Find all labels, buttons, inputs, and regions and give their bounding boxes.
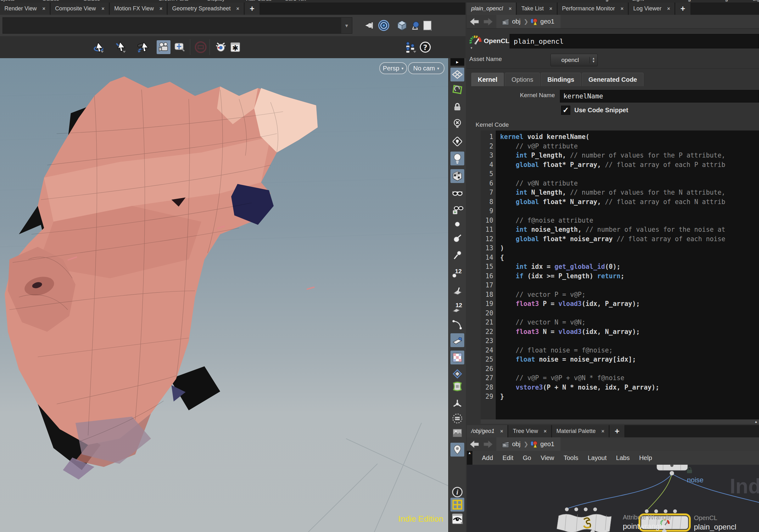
menu-help[interactable]: Help (639, 454, 652, 462)
help-icon[interactable]: ? (419, 40, 432, 54)
tab-obj-geo1[interactable]: /obj/geo1× (467, 425, 507, 437)
menu-labs[interactable]: Labs (616, 454, 630, 462)
high-quality-display-icon[interactable] (451, 169, 464, 183)
display-options-icon[interactable]: ✱ (228, 40, 242, 54)
close-icon[interactable]: × (667, 6, 670, 12)
chevron-down-icon[interactable]: ▼ (341, 18, 352, 33)
spinner-icon[interactable]: ▲▼ (589, 57, 597, 63)
no-cam-button[interactable]: No cam▾ (408, 62, 444, 74)
breadcrumb-node[interactable]: geo1 (540, 440, 555, 448)
close-icon[interactable]: × (42, 6, 45, 12)
opencl-name-label[interactable]: plain_opencl (694, 522, 736, 531)
point-normals-icon[interactable] (451, 231, 464, 245)
headlight-icon[interactable] (451, 134, 464, 148)
no-lighting-icon[interactable] (451, 117, 464, 131)
add-tab-button[interactable]: + (675, 3, 690, 15)
view-location-icon[interactable] (451, 443, 464, 457)
scene-viewport[interactable]: Persp▾ No cam▾ Indie Edition (0, 58, 448, 532)
close-icon[interactable]: × (509, 6, 511, 12)
close-icon[interactable]: × (549, 6, 552, 12)
geometry-icon[interactable] (408, 19, 421, 32)
tab-material-palette[interactable]: Material Palette× (552, 425, 609, 437)
layout-panes-icon[interactable] (451, 498, 464, 512)
persp-view-button[interactable]: Persp▾ (380, 62, 407, 74)
kernel-code-editor[interactable]: 1kernel void kernelName(2 // v@P attribu… (481, 131, 759, 421)
close-icon[interactable]: × (543, 429, 546, 434)
close-icon[interactable]: × (500, 429, 503, 434)
back-arrow-icon[interactable] (469, 18, 480, 26)
close-icon[interactable]: × (236, 6, 239, 12)
breadcrumb-root[interactable]: obj (512, 440, 521, 448)
close-icon[interactable]: × (159, 6, 162, 12)
snapshot-camera-icon[interactable] (214, 40, 228, 54)
disabled-snapshot-icon[interactable] (194, 40, 208, 54)
menu-go[interactable]: Go (523, 454, 531, 462)
back-arrow-icon[interactable] (469, 440, 480, 448)
breadcrumb-node[interactable]: geo1 (540, 18, 555, 25)
menu-view[interactable]: View (541, 454, 554, 462)
tab-motion-fx-view[interactable]: Motion FX View× (110, 3, 167, 15)
point-markers-icon[interactable] (451, 248, 464, 262)
construction-plane-icon[interactable] (451, 68, 464, 81)
pin-icon[interactable] (362, 19, 376, 32)
forward-arrow-icon[interactable] (483, 440, 493, 448)
tab-options[interactable]: Options (505, 73, 540, 86)
expand-strip-icon[interactable]: ► (451, 58, 464, 66)
tab-tree-view[interactable]: Tree View× (508, 425, 551, 437)
view-tool-icon[interactable] (92, 40, 106, 54)
tab-geometry-spreadsheet[interactable]: Geometry Spreadsheet× (168, 3, 243, 15)
add-tab-button[interactable]: + (245, 3, 260, 15)
tab-performance-monitor[interactable]: Performance Monitor× (558, 3, 628, 15)
points-display-icon[interactable] (451, 220, 464, 228)
frame-all-icon[interactable] (172, 40, 186, 54)
uv-overlay-icon[interactable] (451, 380, 464, 393)
presenter-mode-icon[interactable] (404, 40, 418, 54)
kernel-name-field[interactable]: kernelName (560, 90, 759, 102)
node-name-field[interactable]: plain_opencl (509, 34, 759, 49)
menu-layout[interactable]: Layout (587, 454, 607, 462)
menu-add[interactable]: Add (482, 454, 493, 462)
breadcrumb-root[interactable]: obj (512, 18, 521, 25)
info-icon[interactable]: i (451, 485, 464, 499)
tab-log-viewer[interactable]: Log Viewer× (629, 3, 674, 15)
forward-arrow-icon[interactable] (483, 18, 493, 26)
noise-node-label[interactable]: noise (687, 476, 704, 484)
operation-combo[interactable]: ▼ (3, 17, 352, 34)
network-side-strip[interactable]: ▲ (467, 451, 472, 465)
tab-generated-code[interactable]: Generated Code (582, 73, 644, 86)
close-icon[interactable]: × (620, 6, 623, 12)
point-numbers-icon[interactable]: 12 (451, 266, 464, 280)
tab-composite-view[interactable]: Composite View× (51, 3, 109, 15)
view-camera-icon[interactable] (157, 40, 171, 54)
origin-gnomon-icon[interactable] (451, 412, 464, 425)
tab-render-view[interactable]: Render View× (0, 3, 50, 15)
display-glasses-play-icon[interactable] (451, 203, 464, 217)
handles-tool-icon[interactable] (136, 40, 150, 54)
vector-display-icon[interactable] (451, 397, 464, 411)
code-scrollbar[interactable]: ▲ (481, 419, 759, 424)
target-icon[interactable] (377, 19, 391, 32)
menu-tools[interactable]: Tools (564, 454, 579, 462)
select-tool-icon[interactable] (114, 40, 128, 54)
background-image-icon[interactable] (451, 426, 464, 440)
triangle-up-icon[interactable]: ▲ (754, 420, 758, 424)
visualizers-eye-icon[interactable] (451, 512, 464, 526)
network-editor[interactable]: Indi (467, 465, 759, 532)
lock-icon[interactable] (451, 100, 464, 114)
tab-plain-opencl[interactable]: plain_opencl× (467, 3, 516, 15)
cube-icon[interactable] (395, 19, 409, 32)
prim-normals-icon[interactable] (451, 283, 464, 297)
normal-lighting-icon[interactable] (451, 152, 464, 166)
pointwrangle-name-label[interactable]: pointwrangle (623, 522, 665, 531)
shaded-mode-icon[interactable] (451, 333, 464, 347)
asset-name-dropdown[interactable]: opencl ▲▼ (550, 54, 598, 66)
prim-numbers-icon[interactable]: 12 (451, 300, 464, 314)
tab-bindings[interactable]: Bindings (541, 73, 581, 86)
close-icon[interactable]: × (101, 6, 104, 12)
tab-take-list[interactable]: Take List× (517, 3, 556, 15)
close-icon[interactable]: × (601, 429, 604, 434)
caret-down-icon[interactable]: ▾ (470, 46, 472, 50)
transparency-icon[interactable] (451, 351, 464, 364)
tab-kernel[interactable]: Kernel (471, 73, 504, 86)
hull-display-icon[interactable] (451, 318, 464, 331)
